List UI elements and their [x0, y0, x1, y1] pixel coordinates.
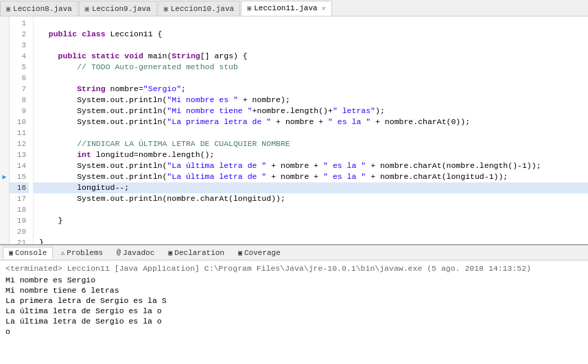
margin-line-20	[0, 213, 9, 223]
line-number-16: 16	[10, 182, 29, 193]
console-tab-icon-3: ▣	[168, 249, 172, 257]
tab-close-icon[interactable]: ✕	[322, 4, 326, 12]
line-number-8: 8	[10, 95, 29, 106]
margin-line-4	[0, 47, 9, 58]
java-file-icon: ▣	[164, 5, 168, 13]
margin-line-18	[0, 193, 9, 203]
editor-tab-0[interactable]: ▣Leccion8.java	[0, 1, 78, 16]
code-line-15: System.out.println("La última letra de "…	[34, 171, 588, 182]
java-file-icon: ▣	[85, 5, 89, 13]
margin-line-3	[0, 37, 9, 47]
code-line-21: }	[34, 237, 588, 244]
console-tab-problems[interactable]: ⚠Problems	[54, 247, 109, 259]
console-tab-label-1: Problems	[67, 249, 103, 257]
line-number-2: 2	[10, 29, 29, 40]
line-number-4: 4	[10, 51, 29, 62]
line-number-13: 13	[10, 149, 29, 160]
margin-line-16: ▶	[0, 171, 9, 182]
console-output-line-2: La primera letra de Sergio es la S	[5, 295, 583, 306]
editor-tab-1[interactable]: ▣Leccion9.java	[79, 1, 157, 16]
console-tab-label-4: Coverage	[244, 249, 281, 257]
console-tab-declaration[interactable]: ▣Declaration	[162, 247, 231, 259]
margin-line-1	[0, 16, 9, 27]
margin-line-2	[0, 27, 9, 37]
java-file-icon: ▣	[247, 4, 251, 12]
margin-line-5	[0, 58, 9, 68]
editor-tab-3[interactable]: ▣Leccion11.java✕	[241, 1, 331, 16]
line-number-15: 15	[10, 171, 29, 182]
margin-line-8	[0, 89, 9, 99]
margin-line-14	[0, 151, 9, 161]
console-output-line-1: Mi nombre tiene 6 letras	[5, 285, 583, 295]
code-line-19: }	[34, 215, 588, 226]
line-number-20: 20	[10, 226, 29, 237]
code-line-10: System.out.println("La primera letra de …	[34, 117, 588, 128]
console-terminated-line: <terminated> Leccion11 [Java Application…	[5, 263, 583, 274]
console-tab-icon-2: @	[117, 249, 121, 256]
line-number-1: 1	[10, 18, 29, 29]
editor-area: ▶ 12345678910111213141516171819202122 pu…	[0, 16, 588, 244]
code-line-16: longitud--;	[34, 182, 588, 193]
code-line-3	[34, 40, 588, 51]
line-number-12: 12	[10, 138, 29, 149]
current-line-indicator: ▶	[2, 173, 6, 181]
console-output-line-5: o	[5, 326, 583, 337]
margin-line-12	[0, 130, 9, 141]
margin-line-9	[0, 99, 9, 110]
console-tab-icon-1: ⚠	[60, 249, 64, 257]
tab-label: Leccion11.java	[254, 4, 317, 12]
console-tab-bar: ▣Console⚠Problems@Javadoc▣Declaration▣Co…	[0, 245, 588, 260]
console-tab-coverage[interactable]: ▣Coverage	[232, 247, 287, 259]
margin-line-21	[0, 223, 9, 234]
line-number-14: 14	[10, 160, 29, 171]
margin-line-22	[0, 234, 9, 244]
console-output[interactable]: <terminated> Leccion11 [Java Application…	[0, 260, 588, 364]
margin-line-15	[0, 161, 9, 171]
code-line-11	[34, 128, 588, 138]
line-number-21: 21	[10, 237, 29, 244]
code-content[interactable]: public class Leccion11 { public static v…	[34, 16, 588, 244]
line-number-11: 11	[10, 128, 29, 138]
console-tab-console[interactable]: ▣Console	[3, 247, 53, 259]
line-numbers: 12345678910111213141516171819202122	[10, 16, 34, 244]
code-line-5: // TODO Auto-generated method stub	[34, 62, 588, 73]
line-number-7: 7	[10, 84, 29, 95]
margin-line-7	[0, 79, 9, 89]
margin-line-19	[0, 203, 9, 213]
console-output-line-3: La última letra de Sergio es la o	[5, 306, 583, 316]
code-line-8: System.out.println("Mi nombre es " + nom…	[34, 95, 588, 106]
line-number-17: 17	[10, 193, 29, 204]
margin-line-6	[0, 68, 9, 78]
console-output-line-4: La última letra de Sergio es la o	[5, 316, 583, 326]
code-line-13: int longitud=nombre.length();	[34, 149, 588, 160]
margin-line-17	[0, 182, 9, 193]
line-number-9: 9	[10, 106, 29, 117]
tab-label: Leccion10.java	[171, 5, 234, 13]
code-line-18	[34, 204, 588, 215]
console-tab-label-0: Console	[15, 249, 47, 257]
line-number-6: 6	[10, 73, 29, 84]
line-number-3: 3	[10, 40, 29, 51]
margin-line-11	[0, 120, 9, 130]
code-line-7: String nombre="Sergio";	[34, 84, 588, 95]
console-tab-icon-4: ▣	[238, 249, 242, 257]
editor-tab-bar: ▣Leccion8.java▣Leccion9.java▣Leccion10.j…	[0, 0, 588, 16]
margin-line-13	[0, 141, 9, 151]
editor-left-margin: ▶	[0, 16, 10, 244]
console-tab-label-2: Javadoc	[123, 249, 154, 257]
tab-label: Leccion9.java	[92, 5, 151, 13]
console-tab-label-3: Declaration	[174, 249, 224, 257]
tab-label: Leccion8.java	[13, 5, 72, 13]
line-number-18: 18	[10, 204, 29, 215]
line-number-19: 19	[10, 215, 29, 226]
console-output-line-0: Mi nombre es Sergio	[5, 275, 583, 285]
code-line-20	[34, 226, 588, 237]
line-number-5: 5	[10, 62, 29, 73]
code-line-9: System.out.println("Mi nombre tiene "+no…	[34, 106, 588, 117]
code-line-2: public class Leccion11 {	[34, 29, 588, 40]
console-tab-javadoc[interactable]: @Javadoc	[110, 247, 161, 259]
code-line-12: //INDICAR LA ÚLTIMA LETRA DE CUALQUIER N…	[34, 138, 588, 149]
console-tab-icon-0: ▣	[9, 249, 13, 257]
java-file-icon: ▣	[6, 5, 10, 13]
editor-tab-2[interactable]: ▣Leccion10.java	[158, 1, 240, 16]
